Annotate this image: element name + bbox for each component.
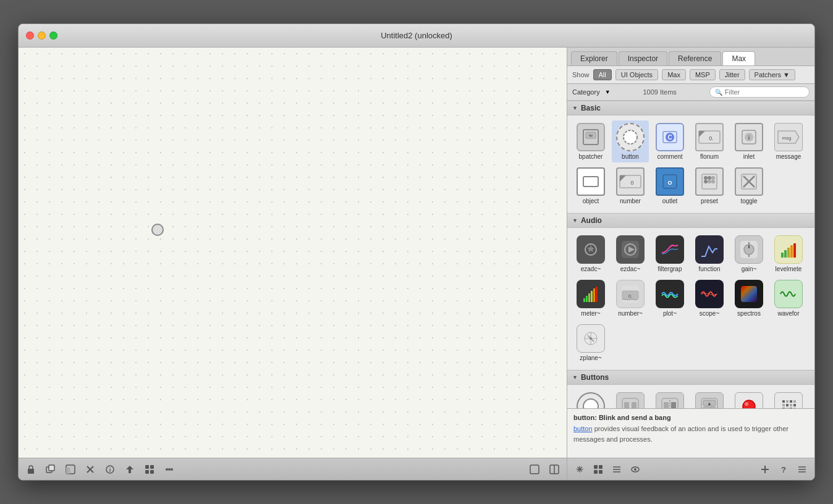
filter-all[interactable]: All <box>593 69 612 80</box>
duplicate-icon[interactable] <box>43 462 58 477</box>
buttons-object-grid: button ggate <box>567 385 814 408</box>
obj-levelmete[interactable]: levelmete <box>770 233 807 275</box>
svg-point-24 <box>704 180 708 183</box>
category-basic-header[interactable]: ▼ Basic <box>567 101 814 116</box>
bottom-toolbar-right: ✳ ? <box>567 458 814 480</box>
obj-flonum[interactable]: 0. flonum <box>691 120 728 162</box>
svg-point-137 <box>168 468 171 471</box>
filter-jitter[interactable]: Jitter <box>719 69 745 80</box>
obj-object[interactable]: object <box>572 165 609 207</box>
grid4-icon[interactable] <box>591 462 606 477</box>
obj-wavefor-label: wavefor <box>777 310 799 317</box>
window-controls <box>26 32 57 40</box>
maximize-button[interactable] <box>49 32 57 40</box>
svg-rect-94 <box>782 408 785 408</box>
menu-icon[interactable] <box>795 462 810 477</box>
close-button[interactable] <box>26 32 34 40</box>
lock-icon[interactable] <box>23 462 38 477</box>
sidebar: Explorer Inspector Reference Max Show Al… <box>567 48 814 458</box>
obj-scope[interactable]: scope~ <box>691 277 728 319</box>
bottom-wrapper: i ✳ <box>19 458 814 480</box>
obj-message[interactable]: msg message <box>770 120 807 162</box>
category-audio: ▼ Audio <box>567 213 814 369</box>
obj-matrixctrl[interactable]: matrixctrl <box>770 390 807 408</box>
svg-text:▼: ▼ <box>707 408 712 408</box>
obj-comment-label: comment <box>657 153 682 160</box>
view-fit-icon[interactable] <box>527 462 542 477</box>
obj-gswitch[interactable]: gswitch <box>651 390 688 408</box>
svg-rect-53 <box>596 287 598 302</box>
filter-msp[interactable]: MSP <box>690 69 716 80</box>
obj-button2[interactable]: button <box>572 390 609 408</box>
obj-inlet[interactable]: i inlet <box>730 120 767 162</box>
minimize-button[interactable] <box>38 32 46 40</box>
grid-icon[interactable] <box>142 462 157 477</box>
svg-point-25 <box>708 180 711 183</box>
svg-rect-86 <box>782 400 785 403</box>
svg-point-22 <box>708 176 711 180</box>
svg-rect-122 <box>28 469 34 474</box>
audio-object-grid: ezadc~ ezdac~ <box>567 228 814 369</box>
close-icon[interactable] <box>83 462 98 477</box>
canvas-area[interactable] <box>19 48 567 458</box>
tab-max[interactable]: Max <box>722 51 755 65</box>
description-link[interactable]: button <box>573 425 593 432</box>
obj-plot-label: plot~ <box>663 310 677 317</box>
obj-outlet[interactable]: O outlet <box>651 165 688 207</box>
panel-icon[interactable] <box>63 462 78 477</box>
obj-plot[interactable]: plot~ <box>651 277 688 319</box>
obj-bpatcher-label: bpatcher <box>579 153 603 160</box>
obj-number[interactable]: 0 number <box>612 165 649 207</box>
svg-rect-146 <box>599 470 603 474</box>
obj-button[interactable]: button <box>612 120 649 162</box>
info-icon[interactable]: i <box>103 462 117 477</box>
svg-rect-45 <box>790 245 793 258</box>
add-icon[interactable] <box>758 462 772 477</box>
view-split-icon[interactable] <box>547 462 562 477</box>
tab-explorer[interactable]: Explorer <box>571 51 617 65</box>
search-box[interactable]: 🔍 <box>709 86 810 98</box>
category-label: Category <box>572 88 600 96</box>
tab-inspector[interactable]: Inspector <box>619 51 667 65</box>
obj-ezdac-label: ezdac~ <box>620 266 641 272</box>
tab-reference[interactable]: Reference <box>669 51 721 65</box>
obj-filtergrap[interactable]: filtergrap <box>651 233 688 275</box>
extra-icon[interactable] <box>162 462 177 477</box>
filter-ui-objects[interactable]: UI Objects <box>615 69 658 80</box>
svg-rect-96 <box>790 408 792 408</box>
eye-icon[interactable] <box>628 462 643 477</box>
obj-spectros[interactable]: spectros <box>730 277 767 319</box>
search-input[interactable] <box>725 88 804 96</box>
object-list[interactable]: ▼ Basic bp <box>567 101 814 408</box>
list-icon[interactable] <box>609 462 624 477</box>
obj-gain[interactable]: gain~ <box>730 233 767 275</box>
category-audio-triangle-icon: ▼ <box>572 217 578 224</box>
obj-function[interactable]: function <box>691 233 728 275</box>
obj-ggate[interactable]: ggate <box>612 390 649 408</box>
obj-comment[interactable]: C comment <box>651 120 688 162</box>
filter-max[interactable]: Max <box>662 69 686 80</box>
obj-wavefor[interactable]: wavefor <box>770 277 807 319</box>
obj-zplane[interactable]: zplane~ <box>572 322 609 364</box>
category-buttons-header[interactable]: ▼ Buttons <box>567 370 814 385</box>
svg-text:0.: 0. <box>628 293 633 299</box>
obj-ezadc[interactable]: ezadc~ <box>572 233 609 275</box>
titlebar: Untitled2 (unlocked) <box>19 24 814 48</box>
arrow-icon[interactable] <box>122 462 137 477</box>
obj-incdec[interactable]: ▲ ▼ incdec <box>691 390 728 408</box>
obj-bpatcher[interactable]: bp bpatcher <box>572 120 609 162</box>
obj-preset[interactable]: preset <box>691 165 728 207</box>
asterisk-icon[interactable]: ✳ <box>572 462 587 477</box>
svg-rect-75 <box>671 402 676 408</box>
category-audio-header[interactable]: ▼ Audio <box>567 213 814 228</box>
filter-patchers[interactable]: Patchers ▼ <box>749 69 795 80</box>
svg-rect-71 <box>624 402 629 408</box>
svg-rect-143 <box>594 465 598 469</box>
bottom-toolbar-left: i <box>19 458 567 480</box>
obj-meter[interactable]: meter~ <box>572 277 609 319</box>
obj-led[interactable]: led <box>730 390 767 408</box>
obj-ezdac[interactable]: ezdac~ <box>612 233 649 275</box>
obj-toggle[interactable]: toggle <box>730 165 767 207</box>
obj-number-tilde[interactable]: 0. number~ <box>612 277 649 319</box>
help-icon[interactable]: ? <box>776 462 791 477</box>
